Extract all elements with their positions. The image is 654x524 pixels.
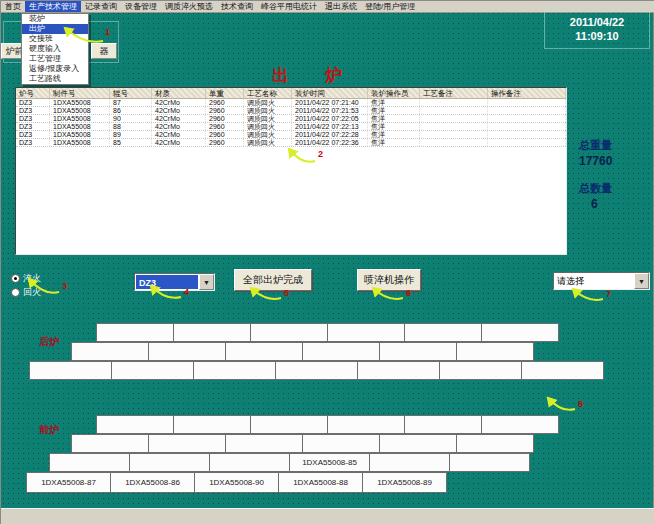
radio-temper-dot[interactable] (11, 288, 20, 297)
menu-item-0[interactable]: 首页 (1, 1, 25, 12)
table-cell: 焦洋 (368, 123, 420, 130)
table-cell: 2011/04/22 07:21:53 (292, 107, 368, 114)
dropdown-item-0[interactable]: 装炉 (22, 14, 88, 24)
furnace-slot-empty (456, 434, 534, 453)
furnace-slot-empty (404, 415, 482, 434)
annotation-number: 6 (406, 288, 411, 298)
furnace-slot-loaded: 1DXA55008-87 (26, 472, 111, 493)
table-cell: 86 (110, 107, 152, 114)
table-cell: 调质回火 (244, 131, 292, 138)
menu-item-2[interactable]: 记录查询 (81, 1, 121, 12)
radio-temper[interactable]: 回火 (11, 286, 41, 299)
furnace-slot-empty (449, 453, 530, 472)
table-cell (420, 139, 488, 146)
menu-item-5[interactable]: 技术查询 (217, 1, 257, 12)
furnace-slot-empty (71, 434, 149, 453)
table-row[interactable]: DZ31DXA550088742CrMo2960调质回火2011/04/22 0… (16, 99, 566, 107)
furnace-slot-empty (29, 361, 112, 380)
dropdown-item-3[interactable]: 硬度输入 (22, 44, 88, 54)
column-header[interactable]: 材质 (152, 88, 206, 98)
menu-item-1[interactable]: 生产技术管理 (25, 1, 81, 12)
column-header[interactable]: 辊号 (110, 88, 152, 98)
discharge-table[interactable]: 炉号制件号辊号材质单重工艺名称装炉时间装炉操作员工艺备注操作备注 DZ31DXA… (15, 87, 567, 255)
table-row[interactable]: DZ31DXA550088842CrMo2960调质回火2011/04/22 0… (16, 123, 566, 131)
furnace-slot-empty (302, 342, 380, 361)
menu-item-6[interactable]: 峰谷平用电统计 (257, 1, 321, 12)
annotation-number: 2 (318, 149, 323, 159)
furnace-slot-empty (225, 434, 303, 453)
column-header[interactable]: 单重 (206, 88, 244, 98)
furnace-slot-loaded: 1DXA55008-89 (362, 472, 447, 493)
table-cell: 2011/04/22 07:22:36 (292, 139, 368, 146)
window-bottom-strip (1, 508, 654, 524)
furnace-slot-loaded: 1DXA55008-90 (194, 472, 279, 493)
table-cell: 焦洋 (368, 99, 420, 106)
column-header[interactable]: 炉号 (16, 88, 50, 98)
page-title: 出炉 (272, 64, 378, 87)
furnace-slot-empty (481, 323, 559, 342)
furnace-slot-empty (148, 342, 226, 361)
table-cell: 42CrMo (152, 139, 206, 146)
table-cell: 1DXA55008 (50, 139, 110, 146)
furnace-slot-empty (327, 323, 405, 342)
furnace-slot-empty (49, 453, 130, 472)
table-row[interactable]: DZ31DXA550088642CrMo2960调质回火2011/04/22 0… (16, 107, 566, 115)
partial-button-right[interactable]: 器 (91, 43, 117, 59)
total-count-label: 总数量 (579, 181, 612, 196)
table-cell: 2011/04/22 07:21:40 (292, 99, 368, 106)
furnace-slot-empty (379, 434, 457, 453)
furnace-select[interactable]: DZ3 ▼ (134, 273, 215, 291)
table-cell: 焦洋 (368, 131, 420, 138)
table-cell: 2960 (206, 107, 244, 114)
menu-item-4[interactable]: 调质淬火预选 (161, 1, 217, 12)
table-cell: 调质回火 (244, 123, 292, 130)
dropdown-item-5[interactable]: 返修/报废录入 (22, 64, 88, 74)
table-row[interactable]: DZ31DXA550089042CrMo2960调质回火2011/04/22 0… (16, 115, 566, 123)
column-header[interactable]: 装炉操作员 (368, 88, 420, 98)
table-cell: 87 (110, 99, 152, 106)
total-weight-value: 17760 (579, 154, 612, 168)
column-header[interactable]: 工艺名称 (244, 88, 292, 98)
datetime-panel: 2011/04/22 11:09:10 (544, 11, 650, 49)
table-cell: DZ3 (16, 139, 50, 146)
table-row[interactable]: DZ31DXA550088542CrMo2960调质回火2011/04/22 0… (16, 139, 566, 147)
menu-item-3[interactable]: 设备管理 (121, 1, 161, 12)
annotation-number: 3 (62, 281, 67, 291)
table-cell (488, 139, 566, 146)
table-cell: 焦洋 (368, 139, 420, 146)
roll-select[interactable]: 请选择 ▼ (553, 272, 650, 290)
radio-quench-dot[interactable] (11, 274, 20, 283)
furnace-slot-empty (327, 415, 405, 434)
dropdown-item-1[interactable]: 出炉 (22, 24, 88, 34)
application-window: 首页生产技术管理记录查询设备管理调质淬火预选技术查询峰谷平用电统计退出系统登陆/… (0, 0, 654, 524)
furnace-select-arrow-icon[interactable]: ▼ (199, 274, 214, 290)
radio-quench[interactable]: 淬火 (11, 272, 41, 285)
dropdown-item-2[interactable]: 交接班 (22, 34, 88, 44)
table-cell (420, 99, 488, 106)
table-row[interactable]: DZ31DXA550088942CrMo2960调质回火2011/04/22 0… (16, 131, 566, 139)
dropdown-item-6[interactable]: 工艺路线 (22, 74, 88, 84)
menu-item-8[interactable]: 登陆/用户管理 (361, 1, 419, 12)
column-header[interactable]: 制件号 (50, 88, 110, 98)
table-cell: 42CrMo (152, 115, 206, 122)
table-cell: 2960 (206, 99, 244, 106)
quench-machine-button[interactable]: 喷淬机操作 (357, 269, 421, 291)
furnace-slot-loaded: 1DXA55008-88 (278, 472, 363, 493)
dropdown-item-4[interactable]: 工艺管理 (22, 54, 88, 64)
discharge-complete-button[interactable]: 全部出炉完成 (234, 269, 312, 291)
table-cell: 焦洋 (368, 115, 420, 122)
table-cell: 1DXA55008 (50, 123, 110, 130)
table-cell: DZ3 (16, 123, 50, 130)
annotation-arrow (548, 398, 575, 410)
roll-select-arrow-icon[interactable]: ▼ (634, 273, 649, 289)
annotation-number: 5 (284, 288, 289, 298)
column-header[interactable]: 工艺备注 (420, 88, 488, 98)
column-header[interactable]: 操作备注 (488, 88, 566, 98)
table-cell: 42CrMo (152, 123, 206, 130)
menu-item-7[interactable]: 退出系统 (321, 1, 361, 12)
table-cell (420, 115, 488, 122)
total-weight-label: 总重量 (579, 138, 612, 153)
furnace-slot-empty (193, 361, 276, 380)
table-cell: 焦洋 (368, 107, 420, 114)
column-header[interactable]: 装炉时间 (292, 88, 368, 98)
